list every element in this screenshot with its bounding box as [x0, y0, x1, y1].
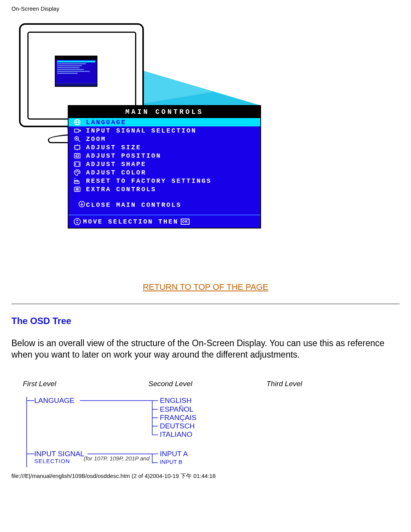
tree-lang-espanol: ESPAÑOL — [160, 405, 193, 414]
osd-close-label: CLOSE MAIN CONTROLS — [86, 201, 182, 209]
factory-icon — [72, 177, 83, 185]
tree-lang-deutsch: DEUTSCH — [160, 422, 195, 430]
osd-item-label: ZOOM — [83, 136, 106, 143]
osd-item-input-signal[interactable]: INPUT SIGNAL SELECTION — [68, 126, 260, 135]
osd-item-label: RESET TO FACTORY SETTINGS — [83, 177, 212, 185]
tree-item-language: LANGUAGE — [34, 396, 75, 405]
divider — [11, 304, 400, 304]
osd-illustration: MAIN CONTROLS LANGUAGE INPUT SIGNAL SELE… — [11, 23, 278, 259]
svg-rect-11 — [75, 153, 80, 158]
osd-item-adjust-size[interactable]: ADJUST SIZE — [68, 143, 260, 152]
page-footer-path: file:///E|/manual/english/109B/osd/osdde… — [0, 471, 411, 483]
palette-icon — [72, 169, 83, 176]
osd-item-adjust-shape[interactable]: ADJUST SHAPE — [68, 160, 260, 168]
shape-icon — [72, 160, 83, 168]
osd-item-label: LANGUAGE — [83, 119, 126, 126]
section-title: The OSD Tree — [11, 316, 400, 326]
svg-point-14 — [76, 172, 76, 173]
osd-item-label: INPUT SIGNAL SELECTION — [83, 127, 196, 134]
tree-input-a: INPUT A — [160, 450, 188, 458]
svg-rect-12 — [76, 155, 79, 157]
tree-lang-english: ENGLISH — [160, 396, 191, 405]
osd-close[interactable]: CLOSE MAIN CONTROLS — [68, 200, 260, 211]
tree-input-b-partial: INPUT B — [160, 459, 182, 465]
zoom-icon — [72, 135, 83, 143]
tree-item-note: (for 107P, 109P, 201P and — [84, 455, 150, 462]
ok-button-icon: OK — [181, 219, 190, 225]
osd-item-label: ADJUST POSITION — [83, 152, 161, 160]
osd-item-adjust-color[interactable]: ADJUST COLOR — [68, 168, 260, 177]
globe-icon — [72, 118, 83, 126]
input-icon — [72, 127, 83, 134]
tree-item-input-signal: INPUT SIGNAL — [34, 450, 84, 458]
osd-footer-text: MOVE SELECTION THEN — [83, 218, 178, 225]
osd-item-label: EXTRA CONTROLS — [83, 186, 156, 193]
osd-item-label: ADJUST COLOR — [83, 169, 146, 176]
close-down-icon — [78, 200, 86, 210]
osd-item-reset[interactable]: RESET TO FACTORY SETTINGS — [68, 177, 260, 185]
osd-item-label: ADJUST SIZE — [83, 144, 141, 151]
svg-point-16 — [78, 172, 79, 173]
updown-icon — [72, 218, 83, 225]
return-link-container: RETURN TO TOP OF THE PAGE — [11, 282, 400, 292]
osd-item-language[interactable]: LANGUAGE — [68, 118, 260, 126]
svg-rect-5 — [75, 129, 79, 132]
section-body: Below is an overall view of the structur… — [11, 338, 400, 361]
svg-point-22 — [74, 219, 81, 225]
tree-lang-italiano: ITALIANO — [160, 430, 192, 439]
osd-footer: MOVE SELECTION THEN OK — [68, 214, 260, 228]
osd-panel: MAIN CONTROLS LANGUAGE INPUT SIGNAL SELE… — [68, 105, 261, 228]
list-icon — [72, 185, 83, 193]
return-to-top-link[interactable]: RETURN TO TOP OF THE PAGE — [143, 282, 268, 292]
osd-item-adjust-position[interactable]: ADJUST POSITION — [68, 152, 260, 160]
svg-rect-10 — [75, 145, 80, 149]
size-icon — [72, 144, 83, 151]
osd-item-extra[interactable]: EXTRA CONTROLS — [68, 185, 260, 193]
position-icon — [72, 152, 83, 160]
page-header: On-Screen Display — [11, 5, 400, 12]
tree-lang-francais: FRANÇAIS — [160, 414, 196, 422]
svg-point-15 — [77, 171, 78, 171]
osd-tree-figure: First Level Second Level Third Level — [11, 380, 377, 467]
osd-title: MAIN CONTROLS — [68, 106, 260, 118]
osd-item-label: ADJUST SHAPE — [83, 161, 146, 168]
osd-item-zoom[interactable]: ZOOM — [68, 135, 260, 143]
svg-line-7 — [78, 140, 80, 142]
mini-osd-preview — [55, 56, 97, 87]
tree-item-input-signal-sub: SELECTION — [34, 458, 70, 464]
